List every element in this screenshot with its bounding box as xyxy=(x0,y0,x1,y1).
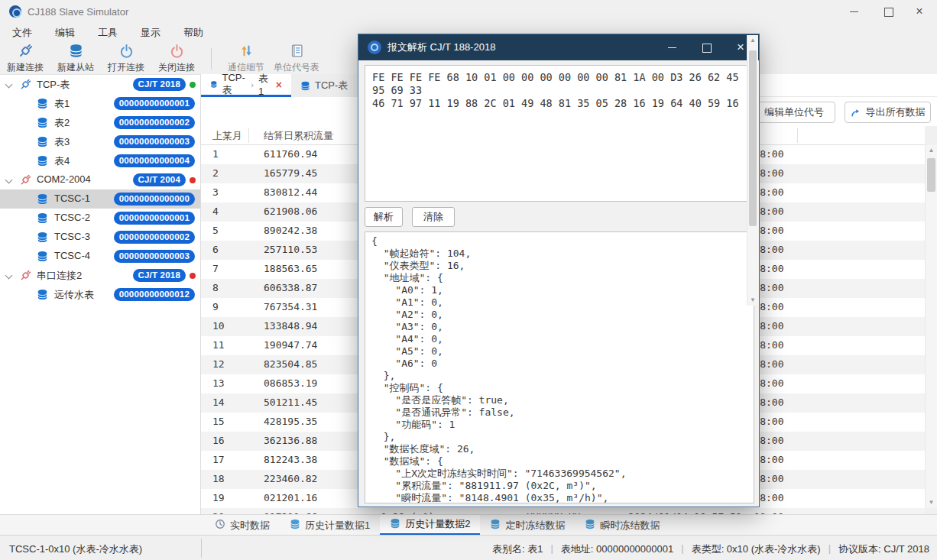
scroll-down-icon[interactable]: ▼ xyxy=(926,497,937,508)
plug-icon xyxy=(20,174,31,186)
address-badge: 00000000000001 xyxy=(114,212,195,225)
table-cell: 812243.38 xyxy=(264,454,317,465)
parse-button[interactable]: 解析 xyxy=(365,207,403,227)
database-icon xyxy=(210,79,218,89)
tree-item-1-3[interactable]: TCSC-4 00000000000003 xyxy=(0,247,200,266)
tree-item-1-2[interactable]: TCSC-3 00000000000002 xyxy=(0,228,200,247)
edit-unit-code-button[interactable]: 编辑单位代号 xyxy=(753,102,835,123)
menu-item-2[interactable]: 工具 xyxy=(96,24,119,41)
toolbar-button-3[interactable]: 关闭连接 xyxy=(151,44,202,74)
toolbar-button-1[interactable]: 新建从站 xyxy=(50,44,101,74)
tree-group-2[interactable]: 串口连接2 CJ/T 2018 xyxy=(0,266,200,285)
tree-item-2-0[interactable]: 远传水表 00000000000012 xyxy=(0,285,200,304)
status-fields: 表别名: 表1|表地址: 00000000000001|表类型: 0x10 (水… xyxy=(492,542,929,556)
scroll-up-icon[interactable]: ▲ xyxy=(926,145,937,156)
chevron-down-icon[interactable] xyxy=(6,273,12,279)
table-cell: 823504.85 xyxy=(264,358,317,370)
tree-item-label: TCSC-4 xyxy=(54,250,90,261)
power-on-icon xyxy=(119,44,134,60)
tree-group-label: 串口连接2 xyxy=(37,269,82,283)
table-cell: 19 xyxy=(212,492,225,503)
table-cell: 4 xyxy=(212,206,219,217)
bottom-tab-label: 瞬时冻结数据 xyxy=(600,519,660,532)
toolbar-button-2[interactable]: 打开连接 xyxy=(101,44,151,74)
table-cell: 611760.94 xyxy=(264,148,317,160)
toolbar-button-0[interactable]: 新建连接 xyxy=(0,44,50,74)
table-row[interactable]: 20017311.660x28 (m³)XXXXXX.XX2024/01/04 … xyxy=(201,508,925,514)
tree-item-label: 表2 xyxy=(54,116,70,130)
plug-icon xyxy=(18,44,33,60)
header-divider xyxy=(248,128,249,143)
minimize-button[interactable] xyxy=(841,0,867,23)
export-all-button[interactable]: 导出所有数据 xyxy=(845,102,931,123)
tree-item-label: TCSC-1 xyxy=(54,193,90,204)
column-header-flow: 结算日累积流量 xyxy=(264,129,333,143)
dialog-maximize-button[interactable] xyxy=(690,34,724,60)
parse-result-area[interactable]: { "帧起始符": 104, "仪表类型": 16, "地址域": { "A0"… xyxy=(365,231,754,503)
tab-close-icon[interactable]: × xyxy=(276,79,282,91)
tree-item-0-2[interactable]: 表3 00000000000003 xyxy=(0,132,200,151)
bottom-tab-3[interactable]: 定时冻结数据 xyxy=(480,515,575,536)
menu-item-4[interactable]: 帮助 xyxy=(182,24,205,41)
status-pipe: | xyxy=(681,542,683,556)
close-button[interactable]: × xyxy=(906,0,932,23)
table-cell: 165779.45 xyxy=(264,167,317,179)
hex-input-area[interactable]: FE FE FE FE 68 10 01 00 00 00 00 00 00 8… xyxy=(365,65,754,202)
database-icon xyxy=(390,518,400,531)
table-cell: 10 xyxy=(212,320,225,332)
bottom-tab-4[interactable]: 瞬时冻结数据 xyxy=(575,515,670,536)
status-field-1: 表地址: 00000000000001 xyxy=(561,542,673,556)
table-scrollbar[interactable]: ▲ ▼ xyxy=(925,145,937,508)
table-cell: 14 xyxy=(212,397,225,408)
database-icon xyxy=(490,519,501,532)
chevron-down-icon[interactable] xyxy=(6,177,12,183)
table-cell: 428195.35 xyxy=(264,416,317,427)
menu-item-1[interactable]: 编辑 xyxy=(53,24,76,41)
bottom-tab-label: 历史计量数据2 xyxy=(405,517,470,531)
toolbar-button-4[interactable]: 通信细节 xyxy=(221,44,271,74)
dialog-minimize-button[interactable] xyxy=(655,34,689,60)
table-cell: 2 xyxy=(212,167,219,179)
tree-item-label: TCSC-3 xyxy=(54,231,90,242)
tree-item-0-1[interactable]: 表2 00000000000002 xyxy=(0,113,200,132)
tree-item-1-0[interactable]: TCSC-1 00000000000000 xyxy=(0,189,200,209)
table-cell: 133848.94 xyxy=(264,320,317,332)
book-icon xyxy=(290,44,304,60)
database-icon xyxy=(37,212,48,224)
tree-item-0-3[interactable]: 表4 00000000000004 xyxy=(0,151,200,170)
status-divider xyxy=(201,539,202,558)
address-badge: 00000000000000 xyxy=(114,193,195,206)
database-icon xyxy=(37,231,48,243)
scroll-down-icon[interactable]: ▼ xyxy=(747,295,758,306)
tree-group-0[interactable]: TCP-表 CJ/T 2018 xyxy=(0,75,200,94)
result-scrollbar[interactable]: ▲ ▼ xyxy=(747,35,758,306)
tree-item-label: 表4 xyxy=(54,154,70,168)
toolbar-label: 新建连接 xyxy=(7,61,44,74)
clear-button[interactable]: 清除 xyxy=(412,207,455,227)
table-cell: 8 xyxy=(212,282,219,293)
bottom-tab-1[interactable]: 历史计量数据1 xyxy=(280,515,380,536)
dialog-logo-icon xyxy=(368,40,381,54)
scroll-up-icon[interactable]: ▲ xyxy=(747,35,758,46)
tree-item-1-1[interactable]: TCSC-2 00000000000001 xyxy=(0,209,200,228)
menu-item-0[interactable]: 文件 xyxy=(11,24,34,41)
table-cell: 830812.44 xyxy=(264,186,317,198)
table-cell: 11 xyxy=(212,339,225,351)
tree-item-label: TCSC-2 xyxy=(54,212,90,223)
scrollbar-thumb[interactable] xyxy=(927,158,935,192)
toolbar-label: 新建从站 xyxy=(57,61,94,74)
toolbar-button-5[interactable]: 单位代号表 xyxy=(271,44,322,74)
scrollbar-thumb[interactable] xyxy=(749,50,757,226)
address-badge: 00000000000001 xyxy=(114,97,195,110)
menu-item-3[interactable]: 显示 xyxy=(139,24,162,41)
status-dot xyxy=(190,82,196,88)
toolbar-label: 关闭连接 xyxy=(158,61,195,74)
tree-group-1[interactable]: COM2-2004 CJ/T 2004 xyxy=(0,170,200,189)
bottom-tab-0[interactable]: 实时数据 xyxy=(205,515,280,536)
tab-tcp-table1[interactable]: TCP-表 › 表1 × xyxy=(201,74,291,97)
tree-item-0-0[interactable]: 表1 00000000000001 xyxy=(0,94,200,113)
bottom-tab-2[interactable]: 历史计量数据2 xyxy=(380,515,480,536)
maximize-button[interactable] xyxy=(876,0,902,23)
chevron-down-icon[interactable] xyxy=(6,82,12,88)
edit-unit-code-label: 编辑单位代号 xyxy=(764,105,824,119)
